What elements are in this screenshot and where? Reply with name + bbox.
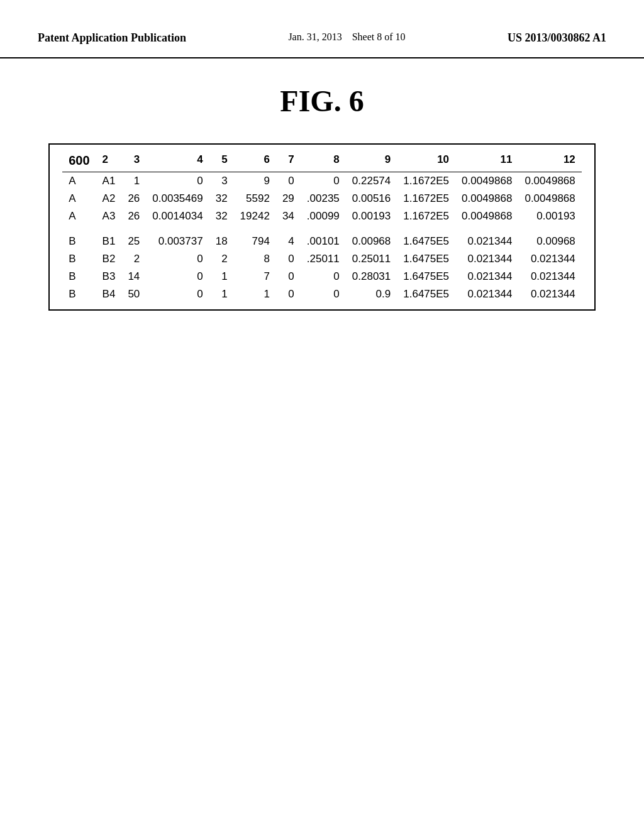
col-header-7: 7 bbox=[276, 151, 301, 172]
cell-3-7: 34 bbox=[276, 208, 301, 225]
col-header-2: 2 bbox=[96, 151, 122, 172]
cell-1-4: 0 bbox=[146, 172, 209, 191]
cell-5-7: 0 bbox=[276, 250, 301, 268]
cell-7-8: 0 bbox=[301, 285, 346, 303]
data-table: 600 2 3 4 5 6 7 8 9 10 11 12 A bbox=[62, 151, 582, 303]
cell-4-10: 1.6475E5 bbox=[397, 233, 455, 250]
cell-4-9: 0.00968 bbox=[346, 233, 397, 250]
cell-5-9: 0.25011 bbox=[346, 250, 397, 268]
cell-7-11: 0.021344 bbox=[455, 285, 518, 303]
col-header-ref: 600 bbox=[62, 151, 96, 172]
cell-2-10: 1.1672E5 bbox=[397, 190, 455, 208]
col-header-3: 3 bbox=[121, 151, 146, 172]
cell-4-12: 0.00968 bbox=[518, 233, 581, 250]
cell-3-1: A bbox=[62, 208, 96, 225]
publication-date-sheet: Jan. 31, 2013 Sheet 8 of 10 bbox=[288, 31, 405, 43]
figure-title: FIG. 6 bbox=[280, 84, 364, 118]
cell-4-11: 0.021344 bbox=[455, 233, 518, 250]
cell-7-3: 50 bbox=[121, 285, 146, 303]
col-header-10: 10 bbox=[397, 151, 455, 172]
cell-2-3: 26 bbox=[121, 190, 146, 208]
cell-4-7: 4 bbox=[276, 233, 301, 250]
cell-6-6: 7 bbox=[234, 268, 276, 285]
table-row: B B1 25 0.003737 18 794 4 .00101 0.00968… bbox=[62, 233, 582, 250]
table-row-spacer bbox=[62, 225, 582, 233]
cell-2-12: 0.0049868 bbox=[518, 190, 581, 208]
main-content: FIG. 6 600 2 3 4 5 6 7 8 9 10 11 12 bbox=[0, 58, 644, 336]
publication-number: US 2013/0030862 A1 bbox=[508, 31, 606, 45]
cell-3-3: 26 bbox=[121, 208, 146, 225]
cell-7-1: B bbox=[62, 285, 96, 303]
cell-1-11: 0.0049868 bbox=[455, 172, 518, 191]
col-header-8: 8 bbox=[301, 151, 346, 172]
cell-6-7: 0 bbox=[276, 268, 301, 285]
cell-3-11: 0.0049868 bbox=[455, 208, 518, 225]
cell-5-10: 1.6475E5 bbox=[397, 250, 455, 268]
cell-7-10: 1.6475E5 bbox=[397, 285, 455, 303]
cell-7-7: 0 bbox=[276, 285, 301, 303]
cell-3-8: .00099 bbox=[301, 208, 346, 225]
cell-4-8: .00101 bbox=[301, 233, 346, 250]
cell-6-9: 0.28031 bbox=[346, 268, 397, 285]
cell-6-2: B3 bbox=[96, 268, 122, 285]
cell-5-6: 8 bbox=[234, 250, 276, 268]
cell-5-5: 2 bbox=[209, 250, 234, 268]
cell-4-1: B bbox=[62, 233, 96, 250]
cell-6-3: 14 bbox=[121, 268, 146, 285]
cell-2-1: A bbox=[62, 190, 96, 208]
cell-4-4: 0.003737 bbox=[146, 233, 209, 250]
cell-3-12: 0.00193 bbox=[518, 208, 581, 225]
table-row: A A1 1 0 3 9 0 0 0.22574 1.1672E5 0.0049… bbox=[62, 172, 582, 191]
cell-1-1: A bbox=[62, 172, 96, 191]
cell-1-6: 9 bbox=[234, 172, 276, 191]
cell-7-2: B4 bbox=[96, 285, 122, 303]
cell-1-9: 0.22574 bbox=[346, 172, 397, 191]
col-header-11: 11 bbox=[455, 151, 518, 172]
cell-3-6: 19242 bbox=[234, 208, 276, 225]
cell-6-5: 1 bbox=[209, 268, 234, 285]
cell-4-3: 25 bbox=[121, 233, 146, 250]
cell-5-4: 0 bbox=[146, 250, 209, 268]
cell-7-12: 0.021344 bbox=[518, 285, 581, 303]
cell-5-1: B bbox=[62, 250, 96, 268]
table-row: B B4 50 0 1 1 0 0 0.9 1.6475E5 0.021344 … bbox=[62, 285, 582, 303]
cell-2-7: 29 bbox=[276, 190, 301, 208]
cell-2-8: .00235 bbox=[301, 190, 346, 208]
table-row: B B3 14 0 1 7 0 0 0.28031 1.6475E5 0.021… bbox=[62, 268, 582, 285]
cell-2-5: 32 bbox=[209, 190, 234, 208]
cell-7-6: 1 bbox=[234, 285, 276, 303]
page-header: Patent Application Publication Jan. 31, … bbox=[0, 0, 644, 58]
cell-7-5: 1 bbox=[209, 285, 234, 303]
cell-2-6: 5592 bbox=[234, 190, 276, 208]
col-header-6: 6 bbox=[234, 151, 276, 172]
cell-1-10: 1.1672E5 bbox=[397, 172, 455, 191]
cell-7-4: 0 bbox=[146, 285, 209, 303]
publication-date: Jan. 31, 2013 bbox=[288, 31, 341, 42]
cell-1-3: 1 bbox=[121, 172, 146, 191]
cell-6-10: 1.6475E5 bbox=[397, 268, 455, 285]
table-row: A A2 26 0.0035469 32 5592 29 .00235 0.00… bbox=[62, 190, 582, 208]
col-header-12: 12 bbox=[518, 151, 581, 172]
cell-5-2: B2 bbox=[96, 250, 122, 268]
cell-6-1: B bbox=[62, 268, 96, 285]
cell-3-4: 0.0014034 bbox=[146, 208, 209, 225]
cell-5-12: 0.021344 bbox=[518, 250, 581, 268]
table-row: A A3 26 0.0014034 32 19242 34 .00099 0.0… bbox=[62, 208, 582, 225]
publication-title: Patent Application Publication bbox=[38, 31, 186, 45]
cell-3-10: 1.1672E5 bbox=[397, 208, 455, 225]
cell-2-9: 0.00516 bbox=[346, 190, 397, 208]
cell-4-6: 794 bbox=[234, 233, 276, 250]
cell-4-2: B1 bbox=[96, 233, 122, 250]
table-header-row: 600 2 3 4 5 6 7 8 9 10 11 12 bbox=[62, 151, 582, 172]
cell-6-4: 0 bbox=[146, 268, 209, 285]
cell-3-9: 0.00193 bbox=[346, 208, 397, 225]
cell-6-11: 0.021344 bbox=[455, 268, 518, 285]
col-header-9: 9 bbox=[346, 151, 397, 172]
cell-2-2: A2 bbox=[96, 190, 122, 208]
cell-1-7: 0 bbox=[276, 172, 301, 191]
table-row: B B2 2 0 2 8 0 .25011 0.25011 1.6475E5 0… bbox=[62, 250, 582, 268]
cell-3-2: A3 bbox=[96, 208, 122, 225]
cell-1-8: 0 bbox=[301, 172, 346, 191]
cell-5-8: .25011 bbox=[301, 250, 346, 268]
col-header-5: 5 bbox=[209, 151, 234, 172]
